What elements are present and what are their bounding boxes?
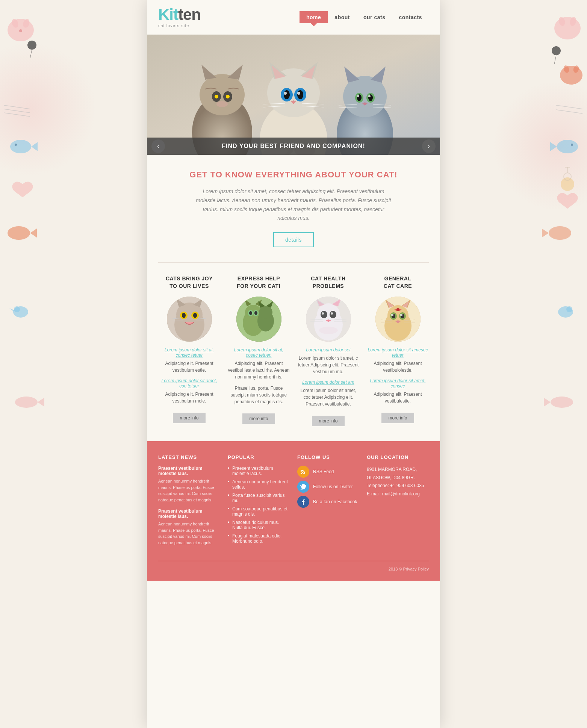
footer-latest-news: LATEST NEWS Praesent vestibulum molestie… xyxy=(158,454,220,551)
feature-3-image xyxy=(306,297,351,342)
footer-news-item-1-text: Aenean nonummy hendrerit mauris. Phaselu… xyxy=(158,478,220,503)
feature-1-image xyxy=(167,297,212,342)
svg-point-10 xyxy=(8,226,30,240)
svg-point-9 xyxy=(15,144,17,146)
facebook-label: Be a fan on Facebook xyxy=(313,499,357,504)
popular-item-6[interactable]: Feugiat malesuada odio. Morbnunc odio. xyxy=(228,533,290,544)
footer-news-item-2-text: Aenean nonummy hendrerit mauris. Phaselu… xyxy=(158,521,220,546)
feature-4-link-1[interactable]: Lorem ipsum dolor sit amesec tetuer xyxy=(367,347,429,358)
nav-about[interactable]: about xyxy=(328,11,357,23)
feature-4-image xyxy=(375,297,421,342)
feature-card-2: EXPRESS HELPFOR YOUR CAT! xyxy=(228,274,290,426)
footer-location-title: OUR LOCATION xyxy=(367,454,429,460)
svg-line-28 xyxy=(556,110,582,114)
footer-telephone: Telephone: +1 959 603 6035 xyxy=(367,482,429,490)
svg-point-144 xyxy=(396,308,399,311)
footer-popular-list: Praesent vestibulum molestie lacus. Aene… xyxy=(228,466,290,544)
feature-1-title: CATS BRING JOYTO OUR LIVES xyxy=(158,274,220,291)
popular-item-1[interactable]: Praesent vestibulum molestie lacus. xyxy=(228,466,290,476)
nav-contacts[interactable]: contacts xyxy=(392,11,429,23)
footer-popular: POPULAR Praesent vestibulum molestie lac… xyxy=(228,454,290,551)
hero-next-arrow[interactable]: › xyxy=(422,139,436,153)
svg-point-39 xyxy=(564,173,571,180)
footer: LATEST NEWS Praesent vestibulum molestie… xyxy=(147,441,440,581)
features-grid: CATS BRING JOYTO OUR LIVES xyxy=(147,263,440,441)
svg-point-139 xyxy=(400,314,402,316)
svg-point-35 xyxy=(549,226,571,240)
svg-marker-38 xyxy=(544,398,551,407)
svg-point-0 xyxy=(8,19,34,41)
svg-marker-16 xyxy=(38,398,44,407)
footer-follow-title: FOLLOW US xyxy=(297,454,359,460)
svg-point-44 xyxy=(200,74,245,115)
popular-item-2[interactable]: Aenean nonummy hendrerit sellus. xyxy=(228,479,290,490)
popular-item-4[interactable]: Cum soatoque penatibus et magnis dis. xyxy=(228,506,290,517)
hero-caption-bar: ‹ FIND YOUR BEST FRIEND AND COMPANION! › xyxy=(147,138,440,155)
svg-point-119 xyxy=(330,311,336,318)
feature-2-more-info[interactable]: more info xyxy=(242,413,275,424)
footer-news-title: LATEST NEWS xyxy=(158,454,220,460)
feature-1-link-1[interactable]: Lorem ipsum dolor sit at, consec tetuer xyxy=(158,347,220,358)
copyright: 2013 © Privacy Policy xyxy=(389,567,429,571)
feature-4-more-info[interactable]: more info xyxy=(381,413,414,423)
svg-point-120 xyxy=(322,312,324,315)
nav-our-cats[interactable]: our cats xyxy=(357,11,392,23)
feature-2-link-1[interactable]: Lorem ipsum dolor sit at, cosec tetuer. xyxy=(228,347,290,358)
twitter-button[interactable]: Follow us on Twitter xyxy=(297,481,359,493)
svg-point-22 xyxy=(558,16,566,26)
svg-point-33 xyxy=(558,306,573,318)
svg-point-23 xyxy=(569,16,577,26)
svg-point-32 xyxy=(561,177,574,191)
svg-point-145 xyxy=(301,473,302,474)
facebook-button[interactable]: Be a fan on Facebook xyxy=(297,496,359,508)
popular-item-3[interactable]: Porta fusce suscipit varius mi. xyxy=(228,493,290,503)
hero-prev-arrow[interactable]: ‹ xyxy=(151,139,165,153)
footer-email: E-mail: mail@drmolink.org xyxy=(367,490,429,498)
svg-point-76 xyxy=(357,95,359,97)
feature-4-title: GENERALCAT CARE xyxy=(367,274,429,291)
feature-3-more-info[interactable]: more info xyxy=(312,416,344,426)
hero-caption: FIND YOUR BEST FRIEND AND COMPANION! xyxy=(222,143,365,150)
feature-3-link-1[interactable]: Lorem ipsum dolor set xyxy=(297,347,359,353)
feature-1-link-2[interactable]: Lorem ipsum dolor sit amet, coc tetuer xyxy=(158,378,220,389)
twitter-icon xyxy=(297,481,309,493)
svg-point-118 xyxy=(321,311,327,318)
svg-line-20 xyxy=(554,55,556,64)
feature-card-1: CATS BRING JOYTO OUR LIVES xyxy=(158,274,220,426)
footer-news-item-1: Praesent vestibulum molestie laus. Aenea… xyxy=(158,466,220,503)
intro-title: GET TO KNOW EVERYTHING ABOUT YOUR CAT! xyxy=(166,170,421,180)
svg-point-24 xyxy=(560,66,582,85)
svg-point-7 xyxy=(10,140,31,153)
svg-point-26 xyxy=(573,65,580,74)
svg-point-49 xyxy=(215,95,218,98)
facebook-icon xyxy=(297,496,309,508)
logo-kit: Kit xyxy=(158,6,178,23)
intro-body: Lorem ipsum dolor sit amet, consec tetue… xyxy=(196,187,391,223)
footer-news-item-2: Praesent vestibulum molestie laus. Aenea… xyxy=(158,509,220,546)
popular-item-5[interactable]: Nascetur ridiculus mus. Nulla dui. Fusce… xyxy=(228,520,290,530)
svg-point-37 xyxy=(551,397,573,408)
feature-1-text-2: Adipiscing elit. Praesent vestibulum mol… xyxy=(158,391,220,404)
svg-point-138 xyxy=(391,314,393,316)
svg-point-1 xyxy=(11,18,19,29)
svg-line-5 xyxy=(4,109,30,113)
svg-point-77 xyxy=(368,95,371,97)
rss-button[interactable]: RSS Feed xyxy=(297,466,359,478)
footer-address: 8901 MARMORA ROAD, GLASGOW, D04 89GR. xyxy=(367,466,429,482)
hero-slider: ‹ FIND YOUR BEST FRIEND AND COMPANION! › xyxy=(147,35,440,155)
feature-3-link-2[interactable]: Lorem ipsum dolor set am xyxy=(297,380,359,385)
feature-4-link-2[interactable]: Lorem ipsum dolor sit amet, consec xyxy=(367,378,429,389)
svg-point-108 xyxy=(259,306,272,319)
logo-ten: ten xyxy=(178,6,201,23)
intro-section: GET TO KNOW EVERYTHING ABOUT YOUR CAT! L… xyxy=(147,155,440,262)
feature-3-text-1: Lorem ipsum dolor sit amet, c tetuer Adi… xyxy=(297,355,359,375)
svg-point-13 xyxy=(14,306,20,312)
svg-point-61 xyxy=(297,90,303,99)
svg-point-62 xyxy=(284,92,287,95)
feature-1-more-info[interactable]: more info xyxy=(173,413,205,423)
social-buttons: RSS Feed Follow us on Twitter xyxy=(297,466,359,508)
feature-3-text-2: Lorem ipsum dolor sit amet, coc tetuer A… xyxy=(297,387,359,407)
svg-point-126 xyxy=(319,327,338,334)
details-button[interactable]: details xyxy=(273,232,314,247)
nav-home[interactable]: home xyxy=(300,11,328,23)
